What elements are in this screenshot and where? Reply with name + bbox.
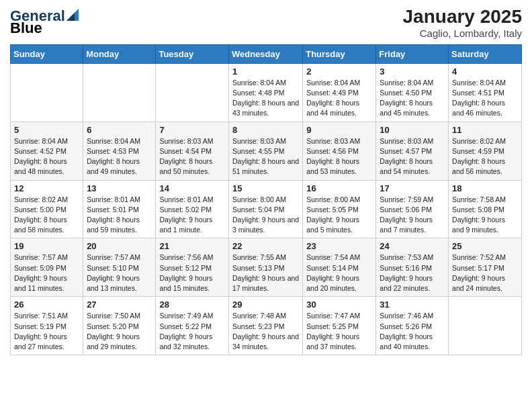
calendar-cell: 4Sunrise: 8:04 AM Sunset: 4:51 PM Daylig… (449, 63, 522, 122)
calendar-cell: 21Sunrise: 7:56 AM Sunset: 5:12 PM Dayli… (156, 238, 229, 297)
day-info: Sunrise: 7:55 AM Sunset: 5:13 PM Dayligh… (232, 253, 299, 293)
day-info: Sunrise: 7:59 AM Sunset: 5:06 PM Dayligh… (380, 195, 445, 236)
day-info: Sunrise: 8:01 AM Sunset: 5:01 PM Dayligh… (87, 195, 152, 236)
calendar-cell: 22Sunrise: 7:55 AM Sunset: 5:13 PM Dayli… (228, 238, 302, 297)
day-number: 2 (306, 66, 372, 77)
calendar-cell (11, 63, 83, 122)
logo: General Blue (10, 9, 79, 37)
calendar-cell: 2Sunrise: 8:04 AM Sunset: 4:49 PM Daylig… (303, 63, 376, 122)
page: General Blue January 2025 Caglio, Lombar… (0, 0, 532, 362)
day-info: Sunrise: 8:04 AM Sunset: 4:50 PM Dayligh… (380, 78, 445, 119)
day-info: Sunrise: 8:03 AM Sunset: 4:56 PM Dayligh… (306, 136, 372, 177)
calendar-cell: 11Sunrise: 8:02 AM Sunset: 4:59 PM Dayli… (449, 122, 522, 180)
day-number: 27 (87, 300, 152, 310)
day-info: Sunrise: 8:04 AM Sunset: 4:53 PM Dayligh… (87, 136, 152, 177)
day-number: 29 (232, 300, 299, 310)
calendar-cell (449, 297, 522, 355)
day-info: Sunrise: 7:52 AM Sunset: 5:17 PM Dayligh… (452, 253, 518, 293)
calendar-cell: 1Sunrise: 8:04 AM Sunset: 4:48 PM Daylig… (228, 63, 302, 122)
calendar-header-row: SundayMondayTuesdayWednesdayThursdayFrid… (11, 44, 522, 63)
day-info: Sunrise: 7:51 AM Sunset: 5:19 PM Dayligh… (14, 311, 79, 352)
day-number: 8 (232, 125, 299, 135)
calendar-week-row: 26Sunrise: 7:51 AM Sunset: 5:19 PM Dayli… (11, 297, 522, 355)
day-info: Sunrise: 8:04 AM Sunset: 4:49 PM Dayligh… (306, 78, 372, 119)
day-number: 1 (232, 66, 299, 77)
calendar-cell: 7Sunrise: 8:03 AM Sunset: 4:54 PM Daylig… (156, 122, 229, 180)
day-number: 31 (380, 300, 445, 310)
day-number: 21 (159, 241, 225, 251)
day-info: Sunrise: 8:03 AM Sunset: 4:55 PM Dayligh… (232, 136, 299, 177)
day-info: Sunrise: 7:54 AM Sunset: 5:14 PM Dayligh… (306, 253, 372, 293)
day-of-week-header: Friday (376, 44, 449, 63)
day-info: Sunrise: 8:01 AM Sunset: 5:02 PM Dayligh… (159, 195, 225, 236)
day-number: 18 (452, 183, 518, 193)
calendar-cell: 25Sunrise: 7:52 AM Sunset: 5:17 PM Dayli… (449, 238, 522, 297)
calendar-cell: 20Sunrise: 7:57 AM Sunset: 5:10 PM Dayli… (83, 238, 156, 297)
day-of-week-header: Wednesday (228, 44, 302, 63)
day-info: Sunrise: 7:57 AM Sunset: 5:09 PM Dayligh… (14, 253, 79, 293)
logo-blue-text: Blue (10, 19, 42, 36)
day-info: Sunrise: 8:02 AM Sunset: 4:59 PM Dayligh… (452, 136, 518, 177)
day-number: 12 (14, 183, 79, 193)
calendar-cell: 17Sunrise: 7:59 AM Sunset: 5:06 PM Dayli… (376, 180, 449, 238)
calendar-cell: 3Sunrise: 8:04 AM Sunset: 4:50 PM Daylig… (376, 63, 449, 122)
calendar-cell: 8Sunrise: 8:03 AM Sunset: 4:55 PM Daylig… (228, 122, 302, 180)
day-of-week-header: Tuesday (156, 44, 229, 63)
day-number: 20 (87, 241, 152, 251)
svg-marker-1 (66, 13, 75, 21)
day-info: Sunrise: 8:00 AM Sunset: 5:04 PM Dayligh… (232, 195, 299, 236)
day-info: Sunrise: 8:00 AM Sunset: 5:05 PM Dayligh… (306, 195, 372, 236)
day-info: Sunrise: 7:47 AM Sunset: 5:25 PM Dayligh… (306, 311, 372, 352)
day-of-week-header: Sunday (11, 44, 83, 63)
calendar-cell (156, 63, 229, 122)
day-number: 10 (380, 125, 445, 135)
calendar-cell: 28Sunrise: 7:49 AM Sunset: 5:22 PM Dayli… (156, 297, 229, 355)
calendar-cell: 19Sunrise: 7:57 AM Sunset: 5:09 PM Dayli… (11, 238, 83, 297)
day-info: Sunrise: 8:03 AM Sunset: 4:54 PM Dayligh… (159, 136, 225, 177)
day-number: 9 (306, 125, 372, 135)
calendar: SundayMondayTuesdayWednesdayThursdayFrid… (10, 44, 522, 355)
day-number: 24 (380, 241, 445, 251)
calendar-cell: 15Sunrise: 8:00 AM Sunset: 5:04 PM Dayli… (228, 180, 302, 238)
day-info: Sunrise: 8:04 AM Sunset: 4:52 PM Dayligh… (14, 136, 79, 177)
calendar-cell: 13Sunrise: 8:01 AM Sunset: 5:01 PM Dayli… (83, 180, 156, 238)
day-number: 7 (159, 125, 225, 135)
day-info: Sunrise: 7:46 AM Sunset: 5:26 PM Dayligh… (380, 311, 445, 352)
calendar-cell: 27Sunrise: 7:50 AM Sunset: 5:20 PM Dayli… (83, 297, 156, 355)
day-number: 16 (306, 183, 372, 193)
header: General Blue January 2025 Caglio, Lombar… (10, 7, 522, 39)
day-number: 3 (380, 66, 445, 77)
day-number: 25 (452, 241, 518, 251)
day-info: Sunrise: 8:04 AM Sunset: 4:48 PM Dayligh… (232, 78, 299, 119)
day-number: 5 (14, 125, 79, 135)
day-info: Sunrise: 8:03 AM Sunset: 4:57 PM Dayligh… (380, 136, 445, 177)
day-number: 4 (452, 66, 518, 77)
calendar-cell (83, 63, 156, 122)
month-year: January 2025 (403, 7, 522, 28)
day-info: Sunrise: 7:53 AM Sunset: 5:16 PM Dayligh… (380, 253, 445, 293)
day-number: 19 (14, 241, 79, 251)
calendar-cell: 26Sunrise: 7:51 AM Sunset: 5:19 PM Dayli… (11, 297, 83, 355)
day-number: 13 (87, 183, 152, 193)
day-of-week-header: Monday (83, 44, 156, 63)
calendar-week-row: 12Sunrise: 8:02 AM Sunset: 5:00 PM Dayli… (11, 180, 522, 238)
day-of-week-header: Thursday (303, 44, 376, 63)
day-number: 14 (159, 183, 225, 193)
day-info: Sunrise: 8:04 AM Sunset: 4:51 PM Dayligh… (452, 78, 518, 119)
day-info: Sunrise: 7:57 AM Sunset: 5:10 PM Dayligh… (87, 253, 152, 293)
calendar-cell: 9Sunrise: 8:03 AM Sunset: 4:56 PM Daylig… (303, 122, 376, 180)
calendar-cell: 10Sunrise: 8:03 AM Sunset: 4:57 PM Dayli… (376, 122, 449, 180)
day-number: 6 (87, 125, 152, 135)
day-info: Sunrise: 7:58 AM Sunset: 5:08 PM Dayligh… (452, 195, 518, 236)
day-number: 26 (14, 300, 79, 310)
calendar-cell: 18Sunrise: 7:58 AM Sunset: 5:08 PM Dayli… (449, 180, 522, 238)
calendar-cell: 24Sunrise: 7:53 AM Sunset: 5:16 PM Dayli… (376, 238, 449, 297)
calendar-cell: 16Sunrise: 8:00 AM Sunset: 5:05 PM Dayli… (303, 180, 376, 238)
calendar-cell: 23Sunrise: 7:54 AM Sunset: 5:14 PM Dayli… (303, 238, 376, 297)
day-info: Sunrise: 7:56 AM Sunset: 5:12 PM Dayligh… (159, 253, 225, 293)
calendar-cell: 5Sunrise: 8:04 AM Sunset: 4:52 PM Daylig… (11, 122, 83, 180)
day-info: Sunrise: 7:48 AM Sunset: 5:23 PM Dayligh… (232, 311, 299, 352)
day-number: 11 (452, 125, 518, 135)
day-info: Sunrise: 7:50 AM Sunset: 5:20 PM Dayligh… (87, 311, 152, 352)
day-number: 23 (306, 241, 372, 251)
